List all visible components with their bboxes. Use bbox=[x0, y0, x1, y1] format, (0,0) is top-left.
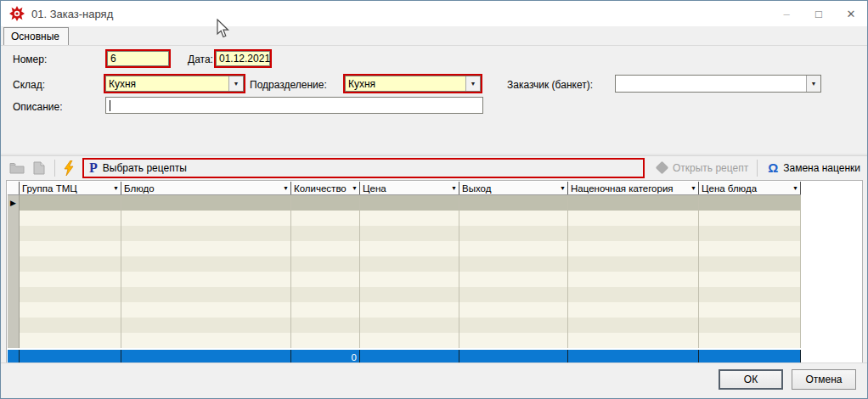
grid-cell[interactable] bbox=[121, 241, 291, 256]
grid-cell[interactable] bbox=[699, 333, 801, 348]
table-row[interactable] bbox=[8, 226, 801, 241]
table-row[interactable] bbox=[8, 211, 801, 226]
grid-cell[interactable] bbox=[699, 272, 801, 287]
grid-cell[interactable] bbox=[568, 272, 699, 287]
grid-cell[interactable] bbox=[360, 195, 459, 211]
customer-dropdown-arrow-icon[interactable]: ▼ bbox=[806, 76, 820, 92]
table-row[interactable] bbox=[8, 287, 801, 302]
grid-cell[interactable] bbox=[360, 287, 459, 302]
grid-cell[interactable] bbox=[360, 318, 459, 333]
grid-cell[interactable] bbox=[568, 226, 699, 241]
grid-cell[interactable] bbox=[459, 226, 568, 241]
grid-cell[interactable] bbox=[459, 211, 568, 226]
grid-cell[interactable] bbox=[459, 256, 568, 272]
minimize-button[interactable]: – bbox=[770, 1, 803, 26]
table-row[interactable] bbox=[8, 241, 801, 256]
column-filter-arrow-icon[interactable]: ▼ bbox=[560, 185, 566, 191]
close-button[interactable]: ✕ bbox=[835, 1, 867, 26]
grid-cell[interactable] bbox=[459, 287, 568, 302]
column-header[interactable]: Блюдо▼ bbox=[121, 182, 291, 194]
row-selector[interactable] bbox=[8, 226, 20, 241]
column-filter-arrow-icon[interactable]: ▼ bbox=[690, 185, 696, 191]
open-recipe-button[interactable]: Открыть рецепт bbox=[651, 160, 755, 176]
table-row[interactable] bbox=[8, 302, 801, 318]
grid-cell[interactable] bbox=[291, 302, 360, 318]
column-header[interactable]: Количество▼ bbox=[291, 182, 360, 194]
grid-cell[interactable] bbox=[459, 272, 568, 287]
grid-cell[interactable] bbox=[568, 333, 699, 348]
department-combo[interactable]: Кухня ▼ bbox=[345, 76, 481, 92]
folder-icon[interactable] bbox=[8, 160, 25, 176]
number-field[interactable]: 6 bbox=[107, 51, 169, 66]
grid-cell[interactable] bbox=[360, 256, 459, 272]
date-field[interactable]: 01.12.2021 bbox=[216, 51, 270, 66]
grid-cell[interactable] bbox=[459, 318, 568, 333]
grid-cell[interactable] bbox=[699, 195, 801, 211]
department-dropdown-arrow-icon[interactable]: ▼ bbox=[465, 76, 480, 91]
grid-cell[interactable] bbox=[20, 333, 121, 348]
grid-cell[interactable] bbox=[291, 241, 360, 256]
select-recipes-button[interactable]: Р Выбрать рецепты bbox=[82, 158, 645, 178]
grid-cell[interactable] bbox=[20, 302, 121, 318]
grid-cell[interactable] bbox=[360, 333, 459, 348]
row-selector[interactable] bbox=[8, 241, 20, 256]
grid-cell[interactable] bbox=[291, 256, 360, 272]
grid-cell[interactable] bbox=[699, 211, 801, 226]
grid-cell[interactable] bbox=[121, 318, 291, 333]
grid-cell[interactable] bbox=[291, 211, 360, 226]
grid-cell[interactable] bbox=[360, 226, 459, 241]
column-filter-arrow-icon[interactable]: ▼ bbox=[283, 185, 289, 191]
grid-cell[interactable] bbox=[568, 195, 699, 211]
grid-cell[interactable] bbox=[20, 211, 121, 226]
column-filter-arrow-icon[interactable]: ▼ bbox=[113, 185, 119, 191]
row-selector[interactable] bbox=[8, 318, 20, 333]
grid-cell[interactable] bbox=[568, 241, 699, 256]
grid-cell[interactable] bbox=[121, 333, 291, 348]
table-row[interactable] bbox=[8, 272, 801, 287]
table-row[interactable] bbox=[8, 318, 801, 333]
row-selector[interactable] bbox=[8, 211, 20, 226]
grid-cell[interactable] bbox=[568, 302, 699, 318]
column-header[interactable]: Группа ТМЦ▼ bbox=[20, 182, 121, 194]
grid-cell[interactable] bbox=[121, 272, 291, 287]
row-selector[interactable] bbox=[8, 272, 20, 287]
customer-combo[interactable]: ▼ bbox=[615, 75, 821, 93]
grid-cell[interactable] bbox=[20, 287, 121, 302]
current-row-marker[interactable]: ▶ bbox=[8, 195, 20, 211]
grid-cell[interactable] bbox=[20, 241, 121, 256]
grid-cell[interactable] bbox=[20, 318, 121, 333]
replace-markup-button[interactable]: Ω Замена наценки bbox=[763, 160, 867, 176]
grid-cell[interactable] bbox=[121, 287, 291, 302]
tab-osnovnye[interactable]: Основные bbox=[3, 27, 69, 46]
table-row[interactable] bbox=[8, 256, 801, 272]
cancel-button[interactable]: Отмена bbox=[792, 369, 856, 390]
column-filter-arrow-icon[interactable]: ▼ bbox=[352, 185, 358, 191]
column-header[interactable]: Цена▼ bbox=[360, 182, 459, 194]
grid-cell[interactable] bbox=[291, 318, 360, 333]
grid-cell[interactable] bbox=[360, 272, 459, 287]
grid-cell[interactable] bbox=[291, 195, 360, 211]
grid-cell[interactable] bbox=[291, 226, 360, 241]
grid-cell[interactable] bbox=[459, 241, 568, 256]
warehouse-dropdown-arrow-icon[interactable]: ▼ bbox=[228, 76, 243, 91]
grid-cell[interactable] bbox=[20, 195, 121, 211]
grid-cell[interactable] bbox=[459, 195, 568, 211]
grid-cell[interactable] bbox=[568, 287, 699, 302]
grid-cell[interactable] bbox=[568, 318, 699, 333]
row-selector[interactable] bbox=[8, 302, 20, 318]
grid-cell[interactable] bbox=[20, 226, 121, 241]
grid-cell[interactable] bbox=[360, 211, 459, 226]
document-icon[interactable] bbox=[31, 160, 48, 176]
grid-cell[interactable] bbox=[121, 256, 291, 272]
row-selector[interactable] bbox=[8, 287, 20, 302]
grid-cell[interactable] bbox=[291, 333, 360, 348]
maximize-button[interactable]: □ bbox=[803, 1, 835, 26]
grid-cell[interactable] bbox=[699, 318, 801, 333]
grid-cell[interactable] bbox=[20, 256, 121, 272]
grid-cell[interactable] bbox=[291, 272, 360, 287]
lightning-icon[interactable] bbox=[60, 160, 77, 176]
description-input[interactable] bbox=[105, 97, 483, 114]
grid-cell[interactable] bbox=[568, 211, 699, 226]
table-row[interactable]: ▶ bbox=[8, 195, 801, 211]
grid-cell[interactable] bbox=[699, 226, 801, 241]
